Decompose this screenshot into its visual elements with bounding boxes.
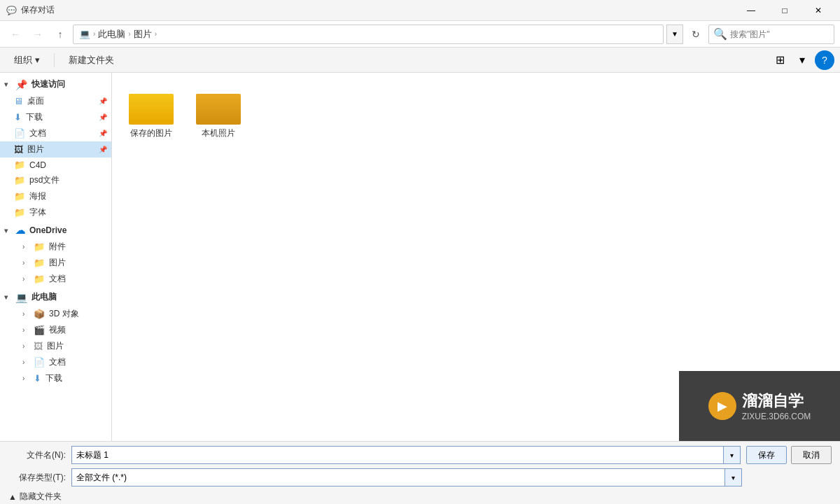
organize-button[interactable]: 组织 ▾ xyxy=(6,50,48,70)
search-icon: 🔍 xyxy=(713,27,727,41)
od-documents-chevron-icon: › xyxy=(22,275,31,283)
video-label: 视频 xyxy=(49,324,66,336)
video-chevron-icon: › xyxy=(22,326,31,334)
font-icon: 📁 xyxy=(14,207,25,218)
sidebar-item-documents[interactable]: 📄 文档 📌 xyxy=(0,125,111,141)
sidebar-item-font[interactable]: 📁 字体 xyxy=(0,204,111,220)
breadcrumb-icon: 💻 xyxy=(79,29,90,39)
breadcrumb-dropdown[interactable]: ▼ xyxy=(666,24,683,44)
sidebar-item-pc-pictures[interactable]: › 🖼 图片 xyxy=(0,338,111,354)
sidebar-item-download[interactable]: ⬇ 下载 📌 xyxy=(0,109,111,125)
c4d-icon: 📁 xyxy=(14,160,25,170)
view-button[interactable]: ⊞ xyxy=(770,50,790,70)
quick-access-icon: 📌 xyxy=(15,79,27,90)
bottom-bar: 文件名(N): ▾ 保存 取消 保存类型(T): ▾ ▲ 隐藏文件夹 xyxy=(0,441,840,504)
breadcrumb[interactable]: 💻 › 此电脑 › 图片 › xyxy=(73,24,664,44)
3d-icon: 📦 xyxy=(34,309,45,319)
poster-label: 海报 xyxy=(29,190,46,202)
sidebar-item-desktop[interactable]: 🖥 桌面 📌 xyxy=(0,93,111,109)
pc-download-label: 下载 xyxy=(46,372,62,384)
breadcrumb-part1: 此电脑 xyxy=(98,28,125,41)
font-label: 字体 xyxy=(29,206,46,218)
this-pc-label: 此电脑 xyxy=(31,291,57,303)
od-documents-label: 文档 xyxy=(49,273,66,285)
quick-access-header[interactable]: ▾ 📌 快速访问 xyxy=(0,76,111,93)
psd-icon: 📁 xyxy=(14,175,25,186)
onedrive-section: ▾ ☁ OneDrive › 📁 附件 › 📁 图片 › 📁 文档 xyxy=(0,222,111,287)
attachments-chevron-icon: › xyxy=(22,243,31,251)
forward-button[interactable]: → xyxy=(28,24,48,44)
pc-download-chevron-icon: › xyxy=(22,374,31,382)
pc-download-icon: ⬇ xyxy=(34,373,41,384)
documents-label: 文档 xyxy=(29,127,46,139)
pc-pictures-chevron-icon: › xyxy=(22,342,31,350)
refresh-button[interactable]: ↻ xyxy=(686,24,706,44)
title-controls: — □ ✕ xyxy=(735,0,834,21)
3d-chevron-icon: › xyxy=(22,310,31,318)
view-dropdown-button[interactable]: ▾ xyxy=(792,50,812,70)
file-type-input[interactable] xyxy=(71,468,725,486)
this-pc-chevron-icon: ▾ xyxy=(4,293,13,301)
sidebar-item-c4d[interactable]: 📁 C4D xyxy=(0,158,111,172)
new-folder-button[interactable]: 新建文件夹 xyxy=(60,50,122,70)
organize-chevron-icon: ▾ xyxy=(35,55,40,65)
quick-access-label: 快速访问 xyxy=(31,78,65,90)
watermark-text-block: 溜溜自学 ZIXUE.3D66.COM xyxy=(742,391,811,421)
help-button[interactable]: ? xyxy=(815,50,834,70)
od-documents-icon: 📁 xyxy=(34,274,45,284)
sidebar-item-pictures[interactable]: 🖼 图片 📌 xyxy=(0,141,111,158)
file-name-row: 文件名(N): ▾ 保存 取消 xyxy=(8,446,832,464)
file-name-label: 文件名(N): xyxy=(8,449,71,461)
pc-documents-label: 文档 xyxy=(49,356,66,368)
file-name-input[interactable] xyxy=(71,446,724,464)
psd-label: psd文件 xyxy=(29,174,59,186)
sidebar-item-poster[interactable]: 📁 海报 xyxy=(0,188,111,204)
onedrive-header[interactable]: ▾ ☁ OneDrive xyxy=(0,222,111,239)
pc-pictures-label: 图片 xyxy=(47,340,64,352)
quick-access-section: ▾ 📌 快速访问 🖥 桌面 📌 ⬇ 下载 📌 📄 文档 📌 xyxy=(0,76,111,220)
od-pictures-chevron-icon: › xyxy=(22,259,31,267)
toolbar-right: ⊞ ▾ ? xyxy=(770,50,834,70)
video-icon: 🎬 xyxy=(34,325,45,335)
this-pc-header[interactable]: ▾ 💻 此电脑 xyxy=(0,288,111,306)
pc-pictures-icon: 🖼 xyxy=(34,341,43,351)
save-button[interactable]: 保存 xyxy=(746,446,787,464)
sidebar-item-psd[interactable]: 📁 psd文件 xyxy=(0,172,111,188)
sidebar-item-pc-documents[interactable]: › 📄 文档 xyxy=(0,354,111,370)
pictures-label: 图片 xyxy=(27,144,44,155)
folder-local-photos-label: 本机照片 xyxy=(202,127,235,139)
bottom-actions: 保存 取消 xyxy=(746,446,832,464)
up-button[interactable]: ↑ xyxy=(50,24,70,44)
hide-folder-arrow-icon: ▲ xyxy=(8,492,17,502)
sidebar: ▾ 📌 快速访问 🖥 桌面 📌 ⬇ 下载 📌 📄 文档 📌 xyxy=(0,73,112,441)
pictures-icon: 🖼 xyxy=(14,144,23,155)
file-name-dropdown[interactable]: ▾ xyxy=(724,446,741,464)
toolbar-separator xyxy=(54,53,55,67)
minimize-button[interactable]: — xyxy=(735,0,767,21)
back-button[interactable]: ← xyxy=(6,24,25,44)
breadcrumb-part2: 图片 xyxy=(134,28,152,41)
sidebar-item-od-pictures[interactable]: › 📁 图片 xyxy=(0,255,111,271)
3d-label: 3D 对象 xyxy=(49,308,79,320)
organize-label: 组织 xyxy=(14,54,32,66)
sidebar-item-attachments[interactable]: › 📁 附件 xyxy=(0,239,111,255)
search-input[interactable] xyxy=(730,29,830,39)
sidebar-item-od-documents[interactable]: › 📁 文档 xyxy=(0,271,111,287)
new-folder-label: 新建文件夹 xyxy=(69,54,114,66)
folder-saved-pictures[interactable]: 保存的图片 xyxy=(123,84,179,142)
sidebar-item-3d[interactable]: › 📦 3D 对象 xyxy=(0,306,111,322)
sidebar-item-video[interactable]: › 🎬 视频 xyxy=(0,322,111,338)
toolbar: 组织 ▾ 新建文件夹 ⊞ ▾ ? xyxy=(0,48,840,73)
folder-local-photos[interactable]: 本机照片 xyxy=(190,84,246,142)
file-type-dropdown[interactable]: ▾ xyxy=(725,468,742,486)
cancel-button[interactable]: 取消 xyxy=(791,446,832,464)
hide-folder-link[interactable]: ▲ 隐藏文件夹 xyxy=(8,491,62,503)
c4d-label: C4D xyxy=(29,160,46,170)
desktop-label: 桌面 xyxy=(27,95,44,107)
sidebar-item-pc-download[interactable]: › ⬇ 下载 xyxy=(0,370,111,386)
poster-icon: 📁 xyxy=(14,191,25,202)
maximize-button[interactable]: □ xyxy=(769,0,801,21)
close-button[interactable]: ✕ xyxy=(802,0,834,21)
onedrive-chevron-icon: ▾ xyxy=(4,227,13,234)
documents-pin-icon: 📌 xyxy=(99,130,107,137)
